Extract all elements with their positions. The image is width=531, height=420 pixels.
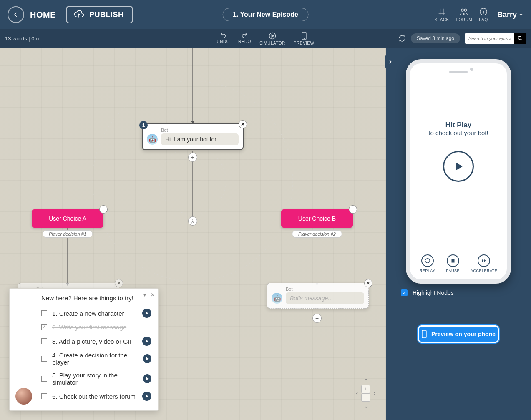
add-node-handle[interactable]: +	[188, 153, 197, 162]
phone-simulator: Hit Play to check out your bot! REPLAY P…	[406, 59, 511, 284]
back-button[interactable]	[8, 6, 24, 23]
bot-message-placeholder[interactable]: Bot's message...	[286, 292, 364, 304]
speaker-label: Bot	[286, 287, 364, 292]
home-link[interactable]: HOME	[30, 10, 56, 20]
pan-right-button[interactable]: ›	[373, 390, 375, 397]
onboarding-item-label: 4. Create a decision for the player	[52, 352, 138, 366]
onboarding-item-label: 6. Check out the writers forum	[52, 393, 136, 400]
preview-on-phone-button[interactable]: Preview on your phone	[418, 325, 499, 343]
checkbox-icon	[41, 376, 47, 382]
svg-marker-20	[146, 340, 148, 343]
bot-message-text[interactable]: Hi. I am your bot for ...	[161, 133, 239, 145]
play-tip-button[interactable]	[143, 374, 151, 383]
zoom-out-button[interactable]: −	[361, 393, 370, 402]
user-menu[interactable]: Barry	[497, 10, 523, 19]
svg-marker-28	[484, 259, 486, 262]
delete-node-button[interactable]: ✕	[239, 120, 247, 128]
play-tip-button[interactable]	[143, 354, 151, 363]
chevron-down-icon	[518, 12, 523, 17]
svg-marker-19	[146, 312, 148, 315]
delete-node-button[interactable]: ✕	[99, 205, 108, 214]
svg-line-10	[521, 39, 522, 40]
redo-button[interactable]: REDO	[238, 32, 251, 45]
bot-node-1[interactable]: 1 ✕ Bot 🤖 Hi. I am your bot for ...	[142, 123, 244, 150]
play-icon	[453, 160, 464, 173]
episode-title[interactable]: 1. Your New Episode	[222, 8, 309, 21]
undo-button[interactable]: UNDO	[217, 32, 230, 45]
svg-point-9	[518, 36, 521, 39]
onboarding-item[interactable]: 4. Create a decision for the player	[16, 349, 151, 369]
delete-node-button[interactable]: ✕	[349, 205, 357, 214]
flow-canvas[interactable]: 1 ✕ Bot 🤖 Hi. I am your bot for ... + ✕ …	[0, 48, 386, 420]
sim-subheading: to check out your bot!	[428, 129, 488, 136]
checkbox-icon	[41, 356, 47, 362]
delete-node-button[interactable]: ✕	[364, 279, 372, 287]
onboarding-item-label: 3. Add a picture, video or GIF	[52, 338, 133, 345]
play-tip-button[interactable]	[142, 309, 151, 318]
sim-play-button[interactable]	[443, 151, 474, 182]
search-button[interactable]	[514, 33, 526, 44]
svg-marker-22	[146, 377, 148, 380]
svg-rect-25	[451, 259, 453, 263]
onboarding-item[interactable]: 3. Add a picture, video or GIF	[16, 334, 151, 349]
phone-icon	[421, 330, 427, 338]
sim-pause-button[interactable]: PAUSE	[446, 254, 460, 273]
pan-down-button[interactable]: ⌄	[363, 402, 369, 410]
publish-button[interactable]: PUBLISH	[66, 6, 133, 23]
preview-button[interactable]: PREVIEW	[294, 32, 315, 45]
simulator-button[interactable]: SIMULATOR	[259, 32, 285, 45]
bot-avatar-icon: 🤖	[272, 293, 282, 304]
play-tip-button[interactable]	[142, 337, 151, 346]
app-header: HOME PUBLISH 1. Your New Episode SLACK F…	[0, 0, 531, 29]
onboarding-title: New here? Here are things to try!	[41, 294, 151, 302]
simulator-panel: Hit Play to check out your bot! REPLAY P…	[386, 48, 531, 420]
fast-forward-icon	[481, 258, 487, 263]
bot-node-leaf-b[interactable]: ✕ Bot 🤖 Bot's message...	[267, 283, 369, 309]
highlight-nodes-checkbox[interactable]: ✓	[401, 289, 408, 296]
node-index-badge: 1	[139, 121, 148, 129]
zoom-compass: ⌃ + − ‹ › ⌄	[353, 377, 378, 409]
svg-point-0	[461, 9, 464, 11]
onboarding-item[interactable]: 6. Check out the writers forum	[16, 389, 151, 404]
save-status: Saved 3 min ago	[411, 33, 460, 43]
replay-icon	[425, 258, 430, 264]
zoom-in-button[interactable]: +	[361, 385, 370, 393]
svg-marker-24	[456, 162, 463, 171]
collapse-panel-button[interactable]	[385, 55, 395, 68]
choice-node-b[interactable]: ✕ User Choice B	[281, 209, 353, 228]
slack-link[interactable]: SLACK	[435, 7, 449, 22]
onboarding-item[interactable]: 5. Play your story in the simulator	[16, 369, 151, 389]
play-tip-button[interactable]	[142, 392, 151, 401]
svg-point-1	[464, 9, 467, 11]
onboarding-item-label: 2. Write your first message	[52, 324, 126, 331]
publish-label: PUBLISH	[89, 10, 124, 19]
speaker-label: Bot	[161, 128, 239, 133]
coach-avatar	[15, 388, 32, 405]
decision-tag-a: Player decision #1	[43, 230, 93, 238]
pan-up-button[interactable]: ⌃	[363, 377, 369, 385]
forum-link[interactable]: FORUM	[456, 7, 472, 22]
delete-node-button[interactable]: ✕	[115, 279, 123, 287]
search-input[interactable]	[465, 33, 514, 44]
decision-tag-b: Player decision #2	[292, 230, 342, 238]
add-node-handle[interactable]: +	[312, 314, 322, 323]
onboarding-item[interactable]: 2. Write your first message	[16, 321, 151, 334]
sim-heading: Hit Play	[445, 121, 471, 129]
editor-toolbar: 13 words | 0m UNDO REDO SIMULATOR PREVIE…	[0, 29, 531, 48]
minimize-button[interactable]: ▼	[142, 292, 147, 298]
close-button[interactable]: ✕	[151, 292, 155, 298]
sim-accelerate-button[interactable]: ACCELERATE	[471, 254, 497, 273]
checkbox-icon	[41, 393, 47, 399]
onboarding-item-label: 5. Play your story in the simulator	[52, 372, 138, 386]
onboarding-item[interactable]: 1. Create a new character	[16, 306, 151, 321]
choice-node-a[interactable]: ✕ User Choice A	[32, 209, 103, 228]
branch-handle[interactable]	[188, 216, 197, 226]
sim-replay-button[interactable]: REPLAY	[420, 254, 435, 273]
sync-icon[interactable]	[398, 35, 406, 42]
checkbox-icon	[41, 338, 47, 344]
pan-left-button[interactable]: ‹	[356, 390, 358, 397]
checkbox-icon	[41, 324, 47, 330]
highlight-nodes-label: Highlight Nodes	[413, 289, 454, 296]
onboarding-item-label: 1. Create a new character	[52, 310, 124, 317]
faq-link[interactable]: FAQ	[479, 7, 488, 22]
